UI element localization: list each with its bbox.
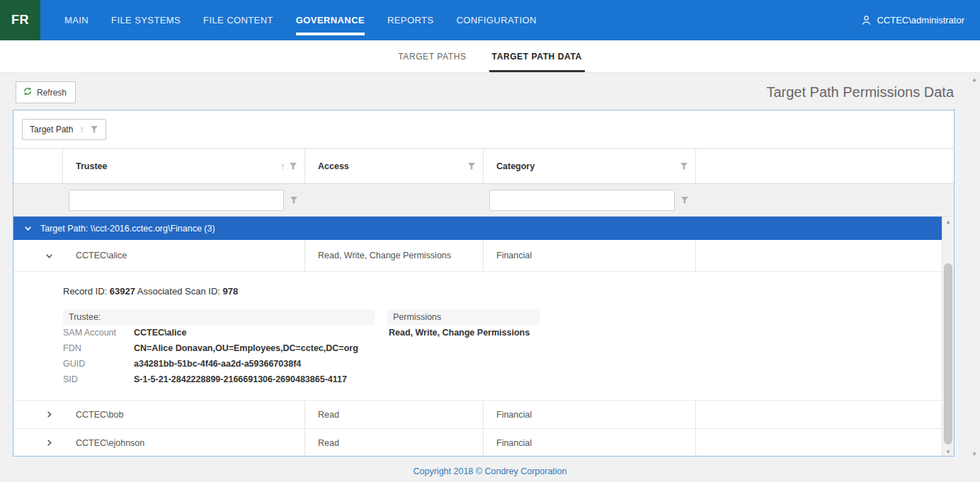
scroll-up-arrow-icon[interactable]: ▲ [942,217,954,227]
table-row-ejohnson[interactable]: CCTEC\ejohnson Read Financial [13,429,942,457]
grid-header-row: Trustee ↑ Access Category [13,149,954,184]
grid-filter-row [13,184,954,217]
permissions-grid: Target Path ↑ Trustee ↑ Access [13,110,955,457]
expand-row-button[interactable] [35,429,63,457]
field-value: CCTEC\alice [134,328,186,338]
header-spacer-2 [35,149,63,183]
record-id-label: Record ID: [63,286,107,297]
table-row-alice[interactable]: CCTEC\alice Read, Write, Change Permissi… [13,240,942,272]
filter-icon[interactable] [680,162,688,171]
record-summary: Record ID: 63927 Associated Scan ID: 978 [63,286,942,297]
trustee-detail-table: Trustee: SAM Account CCTEC\alice FDN CN=… [63,309,375,387]
field-label: SAM Account [63,328,134,338]
app-logo: FR [0,0,40,40]
refresh-icon [23,86,33,98]
trustee-filter-input[interactable] [69,190,284,211]
cell-access: Read [305,429,484,457]
refresh-label: Refresh [37,88,67,98]
scrollbar-thumb[interactable] [944,263,952,444]
group-chip-target-path[interactable]: Target Path ↑ [22,119,106,140]
cell-access: Read [305,401,484,428]
category-filter-input[interactable] [489,190,675,211]
group-chip-label: Target Path [30,125,73,134]
field-value: S-1-5-21-2842228899-2166691306-269048386… [134,374,347,384]
chevron-down-icon [45,252,53,260]
record-id-value: 63927 [110,286,135,297]
group-row-target-path[interactable]: Target Path: \\cct-2016.cctec.org\Financ… [13,217,942,240]
cell-filler [696,401,942,428]
scan-id-value: 978 [223,286,239,297]
nav-item-main[interactable]: MAIN [64,12,89,28]
group-row-label: Target Path: \\cct-2016.cctec.org\Financ… [40,224,215,234]
collapse-row-button[interactable] [35,240,63,271]
filter-cell-trustee [63,190,305,211]
filter-icon[interactable] [289,162,297,171]
header-filler [696,149,954,183]
row-detail-panel: Record ID: 63927 Associated Scan ID: 978… [13,272,942,401]
expand-row-button[interactable] [35,401,63,428]
table-row-bob[interactable]: CCTEC\bob Read Financial [13,401,942,429]
main-navigation: MAIN FILE SYSTEMS FILE CONTENT GOVERNANC… [64,0,537,40]
column-header-trustee[interactable]: Trustee ↑ [63,149,305,183]
field-label: FDN [63,343,134,353]
rows-area: Target Path: \\cct-2016.cctec.org\Financ… [13,217,942,457]
tab-target-paths[interactable]: TARGET PATHS [395,42,469,72]
permissions-detail-header: Permissions [387,309,540,325]
scroll-down-arrow-icon[interactable]: ▼ [969,449,980,459]
sort-ascending-icon[interactable]: ↑ [280,162,285,171]
nav-item-reports[interactable]: REPORTS [387,12,433,28]
column-header-trustee-label: Trustee [76,161,107,171]
cell-filler [696,429,942,457]
cell-category: Financial [484,429,696,457]
scroll-up-arrow-icon[interactable]: ▲ [969,74,980,84]
field-value: CN=Alice Donavan,OU=Employees,DC=cctec,D… [134,343,358,353]
user-name: CCTEC\administrator [877,15,964,25]
filter-icon[interactable] [90,125,98,134]
scroll-down-arrow-icon[interactable]: ▼ [942,447,954,457]
nav-item-file-content[interactable]: FILE CONTENT [203,12,273,28]
detail-field-row: SAM Account CCTEC\alice [63,325,375,340]
scan-id-label: Associated Scan ID: [137,286,220,297]
user-menu[interactable]: CCTEC\administrator [861,0,980,40]
detail-field-row: GUID a34281bb-51bc-4f46-aa2d-a593667038f… [63,356,375,372]
permissions-value: Read, Write, Change Permissions [387,325,540,338]
grid-body: Target Path: \\cct-2016.cctec.org\Financ… [13,217,954,457]
tab-target-path-data[interactable]: TARGET PATH DATA [489,42,585,72]
cell-category: Financial [484,401,696,428]
topbar: FR MAIN FILE SYSTEMS FILE CONTENT GOVERN… [0,0,980,40]
cell-filler [696,240,942,271]
field-label: GUID [63,359,134,369]
cell-trustee: CCTEC\alice [63,240,305,271]
field-label: SID [63,374,134,384]
filter-icon[interactable] [467,162,476,171]
row-spacer [13,240,35,271]
field-value: a34281bb-51bc-4f46-aa2d-a593667038f4 [134,359,301,369]
filter-icon[interactable] [290,196,298,205]
page-title: Target Path Permissions Data [766,81,954,103]
nav-item-file-systems[interactable]: FILE SYSTEMS [111,12,181,28]
filter-icon[interactable] [680,196,689,205]
row-spacer [13,429,35,457]
column-header-access[interactable]: Access [305,149,484,183]
cell-access: Read, Write, Change Permissions [305,240,484,271]
refresh-button[interactable]: Refresh [16,81,76,103]
chevron-right-icon [45,439,53,447]
nav-item-configuration[interactable]: CONFIGURATION [456,12,536,28]
column-header-category-label: Category [496,161,535,171]
trustee-detail-header: Trustee: [63,309,375,325]
subnav: TARGET PATHS TARGET PATH DATA [0,40,980,73]
chevron-down-icon[interactable] [24,224,32,232]
filter-cell-category [484,190,696,211]
sort-ascending-icon[interactable]: ↑ [79,125,84,134]
page-vertical-scrollbar[interactable]: ▲ ▼ [969,73,980,460]
column-header-category[interactable]: Category [484,149,696,183]
toolbar: Refresh Target Path Permissions Data [0,73,980,110]
detail-field-row: SID S-1-5-21-2842228899-2166691306-26904… [63,372,375,387]
header-spacer-1 [13,149,35,183]
grid-vertical-scrollbar[interactable]: ▲ ▼ [942,217,954,457]
nav-item-governance[interactable]: GOVERNANCE [296,12,365,28]
cell-trustee: CCTEC\ejohnson [63,429,305,457]
column-header-access-label: Access [318,161,349,171]
cell-category: Financial [484,240,696,271]
detail-field-row: FDN CN=Alice Donavan,OU=Employees,DC=cct… [63,340,375,356]
